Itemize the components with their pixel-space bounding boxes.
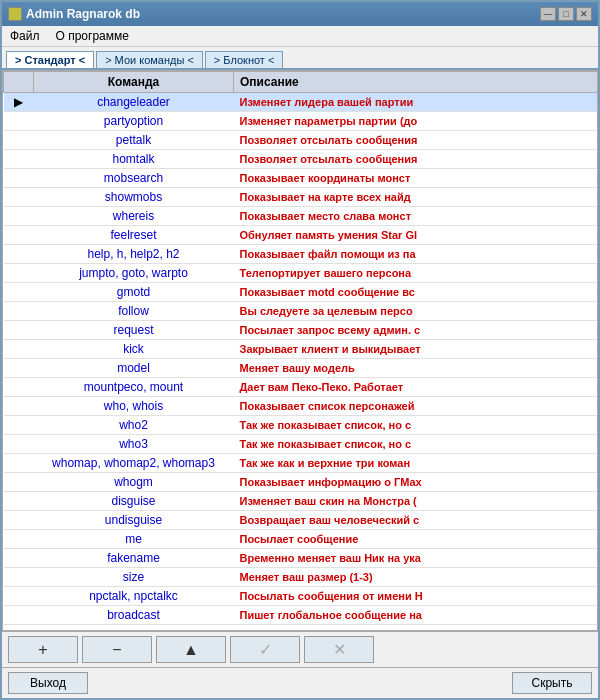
table-row[interactable]: gmotdПоказывает motd сообщение вс [4,283,599,302]
header-indicator [4,72,34,93]
commands-table: Команда Описание ▶changeleaderИзменяет л… [3,71,598,625]
table-row[interactable]: mobsearchПоказывает координаты монст [4,169,599,188]
description-cell: Вы следуете за целевым персо [234,302,599,321]
menu-file[interactable]: Файл [6,28,44,44]
table-row[interactable]: broadcastПишет глобальное сообщение на [4,606,599,625]
row-indicator [4,378,34,397]
description-cell: Показывает информацию о ГМах [234,473,599,492]
menu-about[interactable]: О программе [52,28,133,44]
check-button[interactable]: ✓ [230,636,300,663]
cancel-button[interactable]: ✕ [304,636,374,663]
remove-button[interactable]: − [82,636,152,663]
tab-mycommands[interactable]: > Мои команды < [96,51,203,68]
hide-button[interactable]: Скрыть [512,672,592,694]
description-cell: Дает вам Пеко-Пеко. Работает [234,378,599,397]
description-cell: Посылает запрос всему админ. с [234,321,599,340]
row-indicator [4,226,34,245]
row-indicator [4,435,34,454]
command-cell: help, h, help2, h2 [34,245,234,264]
exit-button[interactable]: Выход [8,672,88,694]
description-cell: Позволяет отсылать сообщения [234,150,599,169]
command-cell: who3 [34,435,234,454]
table-row[interactable]: whomap, whomap2, whomap3Так же как и вер… [4,454,599,473]
table-row[interactable]: jumpto, goto, warptoТелепортирует вашего… [4,264,599,283]
table-row[interactable]: help, h, help2, h2Показывает файл помощи… [4,245,599,264]
description-cell: Показывает место слава монст [234,207,599,226]
row-indicator [4,302,34,321]
table-row[interactable]: kickЗакрывает клиент и выкидывает [4,340,599,359]
row-indicator [4,568,34,587]
command-cell: whomap, whomap2, whomap3 [34,454,234,473]
row-indicator [4,416,34,435]
minimize-button[interactable]: — [540,7,556,21]
table-row[interactable]: ▶changeleaderИзменяет лидера вашей парти… [4,93,599,112]
description-cell: Изменяет ваш скин на Монстра ( [234,492,599,511]
table-row[interactable]: who, whoisПоказывает список персонажей [4,397,599,416]
header-description: Описание [234,72,599,93]
table-row[interactable]: followВы следуете за целевым персо [4,302,599,321]
description-cell: Так же показывает список, но с [234,416,599,435]
command-cell: request [34,321,234,340]
main-window: Admin Ragnarok db — □ ✕ Файл О программе… [0,0,600,700]
command-cell: mountpeco, mount [34,378,234,397]
tab-notepad[interactable]: > Блокнот < [205,51,284,68]
table-row[interactable]: whogmПоказывает информацию о ГМах [4,473,599,492]
table-row[interactable]: modelМеняет вашу модель [4,359,599,378]
add-button[interactable]: + [8,636,78,663]
table-row[interactable]: undisguiseВозвращает ваш человеческий с [4,511,599,530]
table-row[interactable]: requestПосылает запрос всему админ. с [4,321,599,340]
close-button[interactable]: ✕ [576,7,592,21]
description-cell: Обнуляет память умения Star Gl [234,226,599,245]
row-indicator [4,397,34,416]
title-buttons: — □ ✕ [540,7,592,21]
row-indicator [4,207,34,226]
title-bar-left: Admin Ragnarok db [8,7,140,21]
description-cell: Показывает координаты монст [234,169,599,188]
table-row[interactable]: partyoptionИзменяет параметры партии (дo [4,112,599,131]
row-indicator [4,112,34,131]
description-cell: Показывает motd сообщение вс [234,283,599,302]
table-row[interactable]: who3Так же показывает список, но с [4,435,599,454]
up-button[interactable]: ▲ [156,636,226,663]
row-indicator [4,188,34,207]
row-indicator [4,359,34,378]
command-cell: partyoption [34,112,234,131]
table-row[interactable]: who2Так же показывает список, но с [4,416,599,435]
description-cell: Так же как и верхние три коман [234,454,599,473]
table-container[interactable]: Команда Описание ▶changeleaderИзменяет л… [2,70,598,631]
table-row[interactable]: disguiseИзменяет ваш скин на Монстра ( [4,492,599,511]
table-row[interactable]: whereisПоказывает место слава монст [4,207,599,226]
row-indicator [4,340,34,359]
app-icon [8,7,22,21]
description-cell: Посылать сообщения от имени Н [234,587,599,606]
row-indicator [4,511,34,530]
command-cell: gmotd [34,283,234,302]
tab-standard[interactable]: > Стандарт < [6,51,94,68]
maximize-button[interactable]: □ [558,7,574,21]
command-cell: showmobs [34,188,234,207]
window-title: Admin Ragnarok db [26,7,140,21]
row-indicator [4,245,34,264]
command-cell: disguise [34,492,234,511]
table-row[interactable]: sizeМеняет ваш размер (1-3) [4,568,599,587]
description-cell: Показывает список персонажей [234,397,599,416]
row-indicator [4,587,34,606]
table-row[interactable]: fakenameВременно меняет ваш Ник на ука [4,549,599,568]
row-indicator [4,473,34,492]
description-cell: Показывает файл помощи из па [234,245,599,264]
command-cell: feelreset [34,226,234,245]
row-indicator [4,321,34,340]
table-row[interactable]: homtalkПозволяет отсылать сообщения [4,150,599,169]
table-row[interactable]: mountpeco, mountДает вам Пеко-Пеко. Рабо… [4,378,599,397]
table-row[interactable]: npctalk, npctalkcПосылать сообщения от и… [4,587,599,606]
table-row[interactable]: pettalkПозволяет отсылать сообщения [4,131,599,150]
table-row[interactable]: meПосылает сообщение [4,530,599,549]
command-cell: size [34,568,234,587]
command-cell: who, whois [34,397,234,416]
table-row[interactable]: feelresetОбнуляет память умения Star Gl [4,226,599,245]
table-row[interactable]: showmobsПоказывает на карте всех найд [4,188,599,207]
description-cell: Показывает на карте всех найд [234,188,599,207]
row-indicator [4,264,34,283]
row-indicator [4,131,34,150]
description-cell: Возвращает ваш человеческий с [234,511,599,530]
